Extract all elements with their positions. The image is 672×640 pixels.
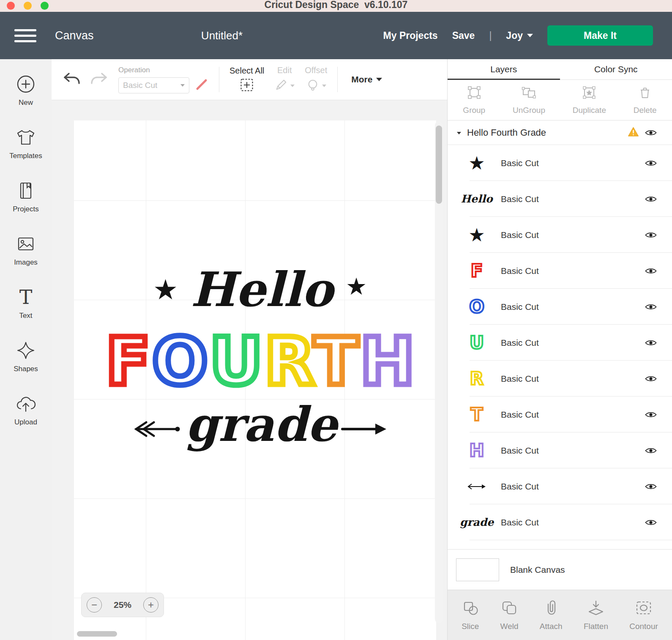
visibility-eye-icon[interactable]: [645, 303, 657, 311]
contour-button[interactable]: Contour: [629, 599, 658, 631]
layer-row[interactable]: Hello Basic Cut: [448, 181, 672, 217]
group-button[interactable]: Group: [463, 85, 485, 115]
letter-h[interactable]: H: [360, 323, 417, 400]
canvas-nav-label: Canvas: [55, 29, 94, 42]
ungroup-button[interactable]: UnGroup: [513, 85, 545, 115]
vertical-scrollbar-track[interactable]: [435, 121, 443, 623]
arrow-tail-icon[interactable]: [132, 420, 182, 440]
star-shape[interactable]: ★: [346, 275, 367, 298]
blank-canvas-swatch[interactable]: [456, 558, 499, 581]
layer-group-header[interactable]: Hello Fourth Grade: [448, 120, 672, 145]
tab-layers[interactable]: Layers: [448, 59, 560, 79]
grade-text[interactable]: grade: [185, 395, 337, 454]
more-menu[interactable]: More: [351, 74, 382, 85]
zoom-in-button[interactable]: +: [143, 597, 158, 613]
flatten-button[interactable]: Flatten: [584, 599, 608, 631]
select-all-group[interactable]: Select All: [229, 66, 264, 93]
operation-select[interactable]: Basic Cut: [118, 77, 189, 93]
layer-thumbnail-letter-u: U: [460, 334, 493, 352]
canvas-artboard[interactable]: ★ Hello ★ FOURTH grade: [74, 120, 436, 640]
chevron-down-icon: [376, 78, 382, 81]
visibility-eye-icon[interactable]: [645, 159, 657, 167]
layer-row[interactable]: grade Basic Cut: [448, 504, 672, 540]
blank-canvas-row[interactable]: Blank Canvas: [448, 549, 672, 590]
visibility-eye-icon[interactable]: [645, 519, 657, 526]
window-title: Cricut Design Space v6.10.107: [265, 0, 408, 11]
visibility-eye-icon[interactable]: [645, 375, 657, 383]
sidebar-item-upload[interactable]: Upload: [14, 393, 37, 427]
attach-button[interactable]: Attach: [540, 599, 563, 631]
visibility-eye-icon[interactable]: [645, 447, 657, 454]
slice-button[interactable]: Slice: [462, 599, 479, 631]
panel-tabs: Layers Color Sync: [448, 59, 672, 80]
visibility-eye-icon[interactable]: [645, 483, 657, 490]
close-window-icon[interactable]: [7, 2, 15, 10]
visibility-eye-icon[interactable]: [645, 411, 657, 418]
offset-group: Offset: [305, 66, 327, 93]
letter-r[interactable]: R: [265, 323, 314, 400]
horizontal-scrollbar-thumb[interactable]: [77, 631, 117, 637]
warning-icon[interactable]: [628, 126, 639, 139]
layer-row[interactable]: ★ Basic Cut: [448, 217, 672, 253]
chevron-down-icon: [180, 84, 185, 87]
document-title[interactable]: Untitled*: [201, 29, 243, 42]
letter-u[interactable]: U: [210, 323, 265, 400]
visibility-eye-icon[interactable]: [645, 267, 657, 275]
window-controls[interactable]: [7, 2, 49, 10]
layer-row[interactable]: T Basic Cut: [448, 397, 672, 432]
tab-color-sync[interactable]: Color Sync: [560, 59, 672, 79]
layer-row[interactable]: F Basic Cut: [448, 253, 672, 289]
sidebar-item-new[interactable]: New: [16, 74, 36, 107]
save-link[interactable]: Save: [452, 30, 475, 41]
chevron-down-icon: [290, 85, 295, 87]
visibility-eye-icon[interactable]: [645, 195, 657, 203]
layer-row[interactable]: H Basic Cut: [448, 432, 672, 468]
delete-button[interactable]: Delete: [634, 85, 657, 115]
visibility-eye-icon[interactable]: [645, 339, 657, 347]
user-menu[interactable]: Joy: [506, 30, 533, 41]
layer-thumbnail-star: ★: [460, 154, 493, 172]
vertical-scrollbar-thumb[interactable]: [436, 126, 442, 204]
trash-icon: [637, 85, 653, 102]
toolbar-divider: [219, 67, 219, 92]
layer-row[interactable]: O Basic Cut: [448, 289, 672, 325]
layer-label: Basic Cut: [501, 266, 645, 276]
design-group[interactable]: ★ Hello ★ FOURTH grade: [106, 260, 414, 454]
hello-text[interactable]: Hello: [191, 260, 333, 319]
app-header: Canvas Untitled* My Projects Save | Joy …: [0, 12, 672, 59]
chevron-down-icon: [527, 34, 533, 37]
layer-row[interactable]: Basic Cut: [448, 468, 672, 504]
sidebar-item-images[interactable]: Images: [14, 233, 38, 267]
zoom-level: 25%: [114, 600, 131, 610]
letter-f[interactable]: F: [106, 323, 152, 400]
disclosure-triangle-icon[interactable]: [457, 132, 461, 134]
visibility-eye-icon[interactable]: [645, 231, 657, 239]
my-projects-link[interactable]: My Projects: [383, 30, 438, 41]
minimize-window-icon[interactable]: [24, 2, 32, 10]
duplicate-button[interactable]: Duplicate: [573, 85, 606, 115]
menu-hamburger-icon[interactable]: [14, 29, 36, 42]
sidebar-item-projects[interactable]: Projects: [13, 180, 38, 213]
sidebar-item-shapes[interactable]: Shapes: [14, 340, 38, 373]
visibility-eye-icon[interactable]: [645, 129, 657, 137]
sidebar-item-text[interactable]: T Text: [19, 287, 32, 320]
more-label: More: [351, 74, 372, 85]
color-swatch-icon[interactable]: [194, 77, 209, 93]
star-shape[interactable]: ★: [153, 276, 178, 304]
contour-label: Contour: [629, 622, 658, 631]
letter-o[interactable]: O: [152, 323, 210, 400]
make-it-button[interactable]: Make It: [547, 25, 653, 46]
weld-button[interactable]: Weld: [500, 599, 519, 631]
layer-operations-bar: Slice Weld Attach: [448, 590, 672, 640]
zoom-out-button[interactable]: −: [87, 597, 102, 613]
sidebar-item-templates[interactable]: Templates: [9, 127, 42, 160]
maximize-window-icon[interactable]: [41, 2, 49, 10]
letter-t[interactable]: T: [314, 323, 360, 400]
undo-icon[interactable]: [63, 71, 80, 88]
layer-row[interactable]: ★ Basic Cut: [448, 145, 672, 181]
redo-icon[interactable]: [90, 71, 108, 88]
arrow-head-icon[interactable]: [341, 420, 388, 440]
layer-row[interactable]: U Basic Cut: [448, 325, 672, 361]
image-icon: [16, 233, 36, 254]
layer-row[interactable]: R Basic Cut: [448, 361, 672, 397]
